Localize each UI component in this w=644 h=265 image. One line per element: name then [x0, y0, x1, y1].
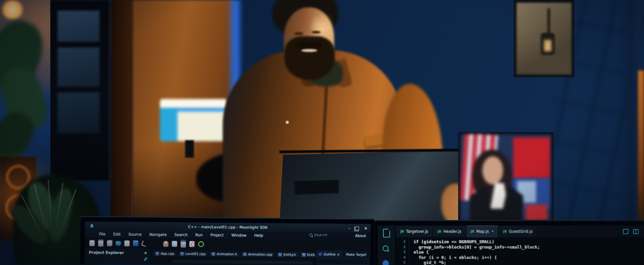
file-icon	[243, 253, 247, 256]
close-button[interactable]: ×	[364, 226, 367, 231]
search-icon[interactable]	[383, 246, 388, 251]
menu-file[interactable]: File	[99, 232, 105, 236]
tab-targetver-js[interactable]: JS Targetver.js	[396, 226, 432, 236]
debug-icon[interactable]	[383, 260, 389, 265]
wall-art-lantern	[517, 3, 572, 74]
editor-tab-bar: JS Targetver.js JS Header.js JS Map.js •…	[396, 225, 644, 237]
file-icon	[278, 253, 282, 256]
menu-navigate[interactable]: Navigate	[149, 232, 167, 237]
tv-news-broadcast	[458, 132, 553, 223]
studio-panel	[513, 138, 550, 178]
warm-light-sliver	[638, 70, 644, 228]
copy-icon[interactable]	[124, 241, 129, 246]
about-menu[interactable]: About	[355, 233, 366, 238]
file-icon	[180, 252, 184, 255]
js-icon: JS	[503, 230, 507, 233]
tv-screen	[460, 134, 551, 221]
menu-run[interactable]: Run	[195, 232, 203, 237]
tab-entity-h[interactable]: Entity.h	[276, 252, 298, 257]
code-line: if (gidsetsize <= NGROUPS_SMALL)	[414, 239, 644, 245]
print-icon[interactable]	[116, 241, 121, 246]
file-icon	[156, 252, 159, 255]
save-all-icon[interactable]	[107, 240, 112, 246]
tab-app-cpp[interactable]: App.cpp	[153, 251, 177, 256]
eye	[311, 31, 321, 34]
line-number: 4	[396, 255, 406, 260]
new-folder-icon[interactable]	[133, 241, 138, 246]
class-icon[interactable]	[172, 241, 177, 247]
menu-project[interactable]: Project	[210, 233, 223, 237]
line-number: 2	[396, 245, 406, 250]
project-explorer-title: Project Explorer	[89, 250, 124, 255]
search-label: Search	[314, 233, 328, 236]
studio-panel	[526, 205, 547, 221]
eye	[294, 32, 303, 35]
tab-make-target[interactable]: Make Target	[342, 251, 370, 258]
outline-panel: Outline x Make Target	[315, 250, 370, 265]
branch-icon[interactable]	[141, 240, 147, 247]
outline-close-icon[interactable]: x	[337, 252, 340, 256]
door-frame	[111, 0, 133, 242]
picture-frame	[56, 46, 101, 88]
search-box[interactable]: Search	[309, 233, 328, 236]
background-monitor-screen	[160, 99, 227, 108]
picture-frame	[56, 9, 101, 43]
menu-window[interactable]: Window	[231, 233, 247, 237]
tab-map-js[interactable]: JS Map.js •	[467, 225, 498, 237]
new-file-icon[interactable]	[90, 240, 95, 246]
run-debug-icon[interactable]	[198, 241, 204, 247]
line-number-gutter: 1 2 3 4 5	[396, 237, 409, 265]
build-icon[interactable]	[181, 240, 186, 248]
record-icon[interactable]	[190, 241, 195, 247]
restore-button[interactable]	[355, 226, 359, 230]
outline-icon	[318, 253, 322, 255]
activity-bar	[378, 225, 396, 265]
open-to-side-icon[interactable]	[623, 229, 628, 234]
line-number: 3	[396, 250, 406, 255]
menu-edit[interactable]: Edit	[113, 232, 120, 236]
laptop-logo	[294, 180, 339, 195]
left-monitor-screen: ∧ C++ - main/Level01.cpp - Moonlight SDK…	[85, 221, 371, 265]
search-icon	[309, 233, 312, 236]
explorer-file-icon[interactable]	[383, 229, 390, 237]
code-editor[interactable]	[151, 257, 315, 265]
line-number: 1	[396, 239, 406, 245]
monitor-stand	[185, 140, 194, 158]
tab-animation-cpp[interactable]: Animation.cpp	[241, 252, 275, 257]
tab-entity-cpp[interactable]: Entity.cpp	[300, 252, 315, 258]
wall-art-frame	[514, 0, 574, 77]
tab-level01-cpp[interactable]: Level01.cpp	[178, 251, 208, 257]
photo-scene: ∧ C++ - main/Level01.cpp - Moonlight SDK…	[0, 0, 644, 265]
code-line: else {	[414, 250, 644, 255]
code-line: group_info->blocks[0] = group_info->smal…	[414, 245, 644, 250]
user-icon[interactable]	[163, 241, 168, 247]
light-bulb	[1, 0, 24, 19]
lantern-glow	[544, 40, 551, 51]
js-icon: JS	[438, 230, 441, 233]
mustache	[297, 41, 321, 50]
menu-search[interactable]: Search	[174, 232, 188, 237]
minimize-button[interactable]: –	[348, 226, 350, 230]
file-icon	[302, 253, 305, 256]
menu-help[interactable]: Help	[254, 233, 263, 238]
explorer-close-icon[interactable]: ×	[144, 251, 147, 255]
js-icon: JS	[400, 230, 404, 233]
tab-animation-h[interactable]: Animation.h	[209, 252, 239, 257]
window-title: C++ - main/Level01.cpp - Moonlight SDK	[85, 224, 371, 230]
tab-header-js[interactable]: JS Header.js	[434, 226, 466, 236]
code-line: gid_t *b;	[414, 260, 644, 265]
tab-outline[interactable]: Outline x	[315, 250, 342, 258]
code-editor[interactable]: 1 2 3 4 5 if (gidsetsize <= NGROUPS_SMAL…	[396, 237, 644, 265]
split-editor-icon[interactable]	[633, 229, 639, 234]
explorer-collapse-icon[interactable]	[144, 258, 147, 261]
project-explorer-panel: Project Explorer ×	[85, 248, 151, 264]
moonlight-sdk-logo-icon: ∧	[90, 222, 94, 228]
right-monitor-screen: JS Targetver.js JS Header.js JS Map.js •…	[378, 225, 644, 265]
menu-source[interactable]: Source	[128, 232, 142, 236]
news-anchor-face	[482, 156, 503, 184]
file-icon	[212, 252, 215, 256]
faint-code-line	[172, 261, 313, 264]
save-icon[interactable]	[98, 240, 103, 247]
js-icon: JS	[471, 230, 474, 233]
tab-guestgrid-js[interactable]: JS GuestGrid.js	[499, 226, 537, 236]
